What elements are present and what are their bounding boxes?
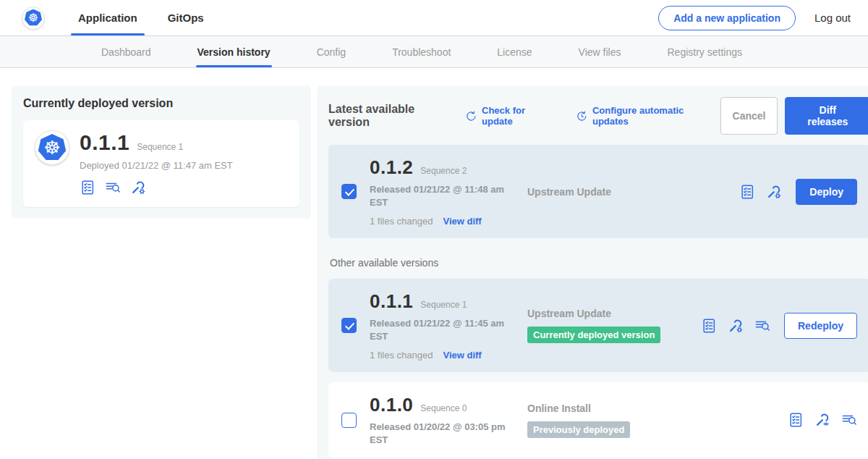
cancel-button[interactable]: Cancel <box>720 97 778 135</box>
sequence-label: Sequence 1 <box>420 300 467 310</box>
configure-automatic-updates-link[interactable]: Configure automatic updates <box>576 105 720 127</box>
deploy-logs-icon[interactable] <box>754 318 770 334</box>
view-diff-link[interactable]: View diff <box>443 350 481 361</box>
deployed-version-number: 0.1.1 <box>80 130 129 155</box>
other-available-versions-heading: Other available versions <box>330 257 868 269</box>
version-number: 0.1.1 <box>370 290 413 313</box>
sequence-label: Sequence 0 <box>420 403 467 413</box>
version-checkbox[interactable] <box>341 318 357 333</box>
view-config-icon[interactable] <box>814 412 830 428</box>
currently-deployed-badge: Currently deployed version <box>527 327 660 343</box>
preflight-checklist-icon[interactable] <box>80 180 95 195</box>
version-source-label: Online Install <box>527 403 701 414</box>
auto-update-clock-icon <box>576 110 588 122</box>
kubernetes-logo-icon: ☸ <box>22 7 45 30</box>
version-row-0-1-1: 0.1.1 Sequence 1 Released 01/21/22 @ 11:… <box>328 279 868 372</box>
latest-available-title: Latest available version <box>328 103 456 129</box>
version-row-0-1-0: 0.1.0 Sequence 0 Released 01/20/22 @ 03:… <box>328 382 868 458</box>
check-for-update-link[interactable]: Check for update <box>465 105 557 127</box>
version-row-0-1-2: 0.1.2 Sequence 2 Released 01/21/22 @ 11:… <box>328 145 868 238</box>
deployed-timestamp: Deployed 01/21/22 @ 11:47 am EST <box>80 160 233 171</box>
released-timestamp: Released 01/20/22 @ 03:05 pm EST <box>370 421 509 446</box>
kubernetes-app-icon: ☸ <box>35 130 69 165</box>
configure-automatic-updates-label: Configure automatic updates <box>592 105 720 127</box>
preflight-checklist-icon[interactable] <box>788 412 804 428</box>
version-number: 0.1.0 <box>370 394 413 416</box>
diff-releases-button[interactable]: Diff releases <box>785 97 868 135</box>
sequence-label: Sequence 2 <box>420 166 467 176</box>
add-new-application-button[interactable]: Add a new application <box>658 6 796 30</box>
files-changed-label: 1 files changed <box>370 350 433 361</box>
version-checkbox[interactable] <box>341 184 357 199</box>
version-number: 0.1.2 <box>370 156 413 179</box>
refresh-icon <box>465 110 477 122</box>
subnav-tab-license[interactable]: License <box>495 36 533 67</box>
top-navbar: ☸ Application GitOps Add a new applicati… <box>0 0 868 36</box>
deploy-logs-icon[interactable] <box>105 180 121 195</box>
logout-button[interactable]: Log out <box>814 12 851 24</box>
subnav-tab-registry-settings[interactable]: Registry settings <box>665 36 743 67</box>
files-changed-label: 1 files changed <box>370 216 433 227</box>
preflight-checklist-icon[interactable] <box>739 184 755 200</box>
tab-application[interactable]: Application <box>69 0 146 35</box>
subnav-tab-troubleshoot[interactable]: Troubleshoot <box>391 36 452 67</box>
app-subnav: Dashboard Version history Config Trouble… <box>0 36 868 68</box>
check-for-update-label: Check for update <box>482 105 557 127</box>
main-content: Currently deployed version ☸ 0.1.1 Seque… <box>0 68 868 459</box>
edit-config-icon[interactable] <box>766 184 782 200</box>
redeploy-button[interactable]: Redeploy <box>784 313 857 339</box>
edit-config-icon[interactable] <box>728 318 744 334</box>
tab-gitops[interactable]: GitOps <box>159 0 213 35</box>
deploy-logs-icon[interactable] <box>841 412 857 428</box>
released-timestamp: Released 01/21/22 @ 11:45 am EST <box>370 317 509 342</box>
app-logo: ☸ <box>22 0 45 35</box>
currently-deployed-card: ☸ 0.1.1 Sequence 1 Deployed 01/21/22 @ 1… <box>23 120 299 207</box>
subnav-tab-view-files[interactable]: View files <box>577 36 623 67</box>
deployed-sequence-label: Sequence 1 <box>137 142 183 152</box>
currently-deployed-panel: Currently deployed version ☸ 0.1.1 Seque… <box>12 85 311 219</box>
version-checkbox[interactable] <box>341 413 357 428</box>
edit-config-icon[interactable] <box>130 180 146 195</box>
deploy-button[interactable]: Deploy <box>796 179 857 205</box>
subnav-tab-version-history[interactable]: Version history <box>196 36 272 67</box>
subnav-tab-config[interactable]: Config <box>315 36 347 67</box>
previously-deployed-badge: Previously deployed <box>527 421 630 438</box>
currently-deployed-title: Currently deployed version <box>23 97 299 110</box>
available-versions-panel: Latest available version Check for updat… <box>317 85 868 459</box>
available-versions-header: Latest available version Check for updat… <box>328 97 868 135</box>
view-diff-link[interactable]: View diff <box>443 216 481 227</box>
preflight-checklist-icon[interactable] <box>701 318 717 334</box>
tab-application-label: Application <box>78 12 137 24</box>
version-source-label: Upstream Update <box>527 308 701 319</box>
version-source-label: Upstream Update <box>527 186 701 198</box>
tab-gitops-label: GitOps <box>168 12 204 24</box>
released-timestamp: Released 01/21/22 @ 11:48 am EST <box>370 183 509 209</box>
subnav-tab-dashboard[interactable]: Dashboard <box>100 36 153 67</box>
